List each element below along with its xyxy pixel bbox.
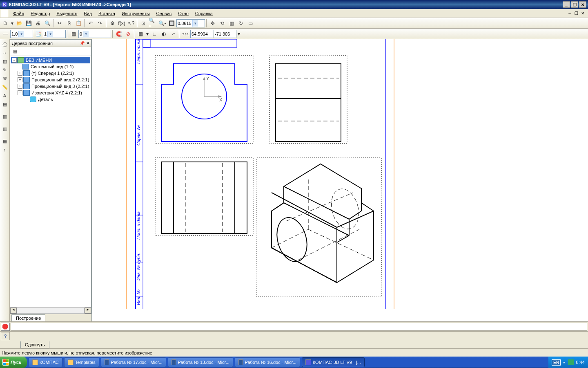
close-button[interactable]: ✕ bbox=[579, 1, 586, 8]
tree-root[interactable]: − БЕЗ ИМЕНИ bbox=[11, 57, 90, 63]
layer-combo[interactable]: 1▼ bbox=[43, 30, 66, 38]
params-icon[interactable]: ⚒ bbox=[1, 74, 9, 83]
tree-item[interactable]: + Проекционный вид 2 (2.2:1) bbox=[11, 76, 90, 83]
coord-x-field[interactable]: 64.5904 bbox=[190, 30, 213, 38]
rotate-button[interactable]: ⟲ bbox=[218, 19, 227, 28]
snap-on-button[interactable]: 🧲 bbox=[114, 29, 123, 38]
edit-icon[interactable]: ✎ bbox=[1, 66, 9, 74]
expand-icon[interactable]: + bbox=[18, 84, 22, 89]
cut-button[interactable]: ✂ bbox=[55, 19, 64, 28]
style-combo[interactable]: 0▼ bbox=[78, 30, 111, 38]
ortho-button[interactable]: ∟ bbox=[150, 29, 159, 38]
refresh-button[interactable]: ↻ bbox=[236, 19, 245, 28]
tab-build[interactable]: Построение bbox=[11, 314, 45, 321]
save-button[interactable]: 💾 bbox=[24, 19, 33, 28]
table-icon[interactable]: ▦ bbox=[1, 137, 9, 145]
coord-dropdown[interactable]: ▾ bbox=[237, 29, 241, 38]
coord-y-field[interactable]: -71.306 bbox=[214, 30, 236, 38]
measure-icon[interactable]: 📏 bbox=[1, 83, 9, 91]
menu-service[interactable]: Сервис bbox=[153, 10, 175, 17]
coord-mode-button[interactable]: Y↑X bbox=[181, 29, 190, 38]
drawing-canvas[interactable]: Перв. примен. Справ. № Подп. и дата Инв.… bbox=[91, 39, 588, 321]
stop-button[interactable] bbox=[1, 323, 10, 331]
line-style-button[interactable]: — bbox=[1, 29, 10, 38]
line-width-combo[interactable]: 1.0▼ bbox=[10, 30, 33, 38]
round-button[interactable]: ◐ bbox=[159, 29, 168, 38]
tab-move[interactable]: Сдвинуть bbox=[20, 341, 49, 348]
redo-button[interactable]: ↷ bbox=[96, 19, 105, 28]
grid-dropdown[interactable]: ▾ bbox=[145, 29, 149, 38]
help-button[interactable]: ? bbox=[1, 332, 10, 340]
grid-button[interactable]: ▦ bbox=[136, 29, 145, 38]
collapse-icon[interactable]: − bbox=[12, 58, 17, 63]
variables-button[interactable]: f(x) bbox=[117, 19, 126, 28]
menu-tools[interactable]: Инструменты bbox=[118, 10, 153, 17]
copy-button[interactable]: ⎘ bbox=[65, 19, 74, 28]
tree-item[interactable]: Деталь bbox=[11, 96, 90, 103]
symbols-icon[interactable]: ▧ bbox=[1, 57, 9, 65]
dimensions-icon[interactable]: ↔ bbox=[1, 49, 9, 57]
menu-file[interactable]: Файл bbox=[10, 10, 27, 17]
tree-item[interactable]: + Проекционный вид 3 (2.2:1) bbox=[11, 83, 90, 90]
minimize-button[interactable]: _ bbox=[563, 1, 570, 8]
preview-button[interactable]: 🔍 bbox=[43, 19, 52, 28]
expand-icon[interactable]: ↕ bbox=[1, 146, 9, 154]
layer-button[interactable]: 📑 bbox=[33, 29, 42, 38]
hatch-button[interactable]: ▤ bbox=[69, 29, 78, 38]
pin-icon[interactable]: 📌 bbox=[80, 41, 85, 45]
tree-body[interactable]: − БЕЗ ИМЕНИ Системный вид (1:1) + (т) Сп… bbox=[10, 56, 91, 307]
task-item[interactable]: Работа № 16.doc - Micr... bbox=[235, 357, 300, 367]
spec-icon[interactable]: ▤ bbox=[1, 100, 9, 108]
mdi-restore[interactable]: ❐ bbox=[573, 11, 579, 16]
expand-icon[interactable]: + bbox=[18, 71, 22, 76]
snap-off-button[interactable]: ⊘ bbox=[124, 29, 133, 38]
restore-button[interactable]: ❐ bbox=[571, 1, 578, 8]
clock[interactable]: 8:44 bbox=[576, 360, 585, 365]
properties-button[interactable]: ⚙ bbox=[108, 19, 117, 28]
tree-item[interactable]: Системный вид (1:1) bbox=[11, 63, 90, 70]
tray-expand-icon[interactable]: « bbox=[563, 360, 566, 365]
views-icon[interactable]: ▦ bbox=[1, 112, 9, 121]
zoom-combo[interactable]: 0.8615▼ bbox=[176, 19, 205, 27]
zoom-window-button[interactable]: 🔲 bbox=[167, 19, 176, 28]
print-button[interactable]: 🖨 bbox=[33, 19, 42, 28]
context-help-button[interactable]: ↖? bbox=[127, 19, 136, 28]
menu-editor[interactable]: Редактор bbox=[27, 10, 53, 17]
tree-item[interactable]: + (т) Спереди 1 (2.2:1) bbox=[11, 70, 90, 76]
mdi-close[interactable]: ✕ bbox=[580, 11, 586, 16]
expand-icon[interactable]: + bbox=[18, 77, 22, 82]
task-item[interactable]: Templates bbox=[64, 357, 99, 367]
geometry-icon[interactable]: ◯ bbox=[1, 40, 9, 48]
tree-close-icon[interactable]: ✕ bbox=[86, 41, 89, 45]
menu-view[interactable]: Вид bbox=[80, 10, 95, 17]
menu-window[interactable]: Окно bbox=[175, 10, 192, 17]
tree-item[interactable]: − Изометрия XYZ 4 (2.2:1) bbox=[11, 90, 90, 96]
command-field[interactable] bbox=[11, 323, 587, 331]
mdi-minimize[interactable]: – bbox=[567, 11, 572, 16]
open-button[interactable]: 📂 bbox=[15, 19, 24, 28]
local-cs-button[interactable]: ↗ bbox=[169, 29, 178, 38]
menu-select[interactable]: Выделить bbox=[53, 10, 80, 17]
task-item-active[interactable]: КОМПАС-3D LT V9 - [... bbox=[302, 357, 365, 367]
new-button[interactable]: 🗋 bbox=[1, 19, 10, 28]
task-item[interactable]: Работа № 13.doc - Micr... bbox=[168, 357, 233, 367]
paste-button[interactable]: 📋 bbox=[74, 19, 83, 28]
undo-button[interactable]: ↶ bbox=[86, 19, 95, 28]
task-item[interactable]: Работа № 17.doc - Micr... bbox=[101, 357, 166, 367]
tree-hscroll[interactable]: ◄► bbox=[10, 307, 91, 314]
zoom-in-button[interactable]: 🔍+ bbox=[148, 19, 157, 28]
collapse-icon[interactable]: − bbox=[18, 90, 22, 95]
tree-btn[interactable]: ▤ bbox=[11, 47, 19, 56]
menu-insert[interactable]: Вставка bbox=[95, 10, 118, 17]
sheet-icon[interactable]: ▥ bbox=[1, 125, 9, 133]
language-indicator[interactable]: EN bbox=[552, 359, 561, 366]
doc-icon[interactable] bbox=[1, 10, 8, 17]
orientation-button[interactable]: ▦ bbox=[227, 19, 236, 28]
menu-help[interactable]: Справка bbox=[192, 10, 216, 17]
select-icon[interactable]: A bbox=[1, 92, 9, 100]
frame-button[interactable]: ▭ bbox=[246, 19, 255, 28]
pan-button[interactable]: ✥ bbox=[208, 19, 217, 28]
new-dropdown[interactable]: ▾ bbox=[10, 19, 14, 28]
task-item[interactable]: КОМПАС bbox=[29, 357, 62, 367]
zoom-out-button[interactable]: 🔍- bbox=[158, 19, 167, 28]
